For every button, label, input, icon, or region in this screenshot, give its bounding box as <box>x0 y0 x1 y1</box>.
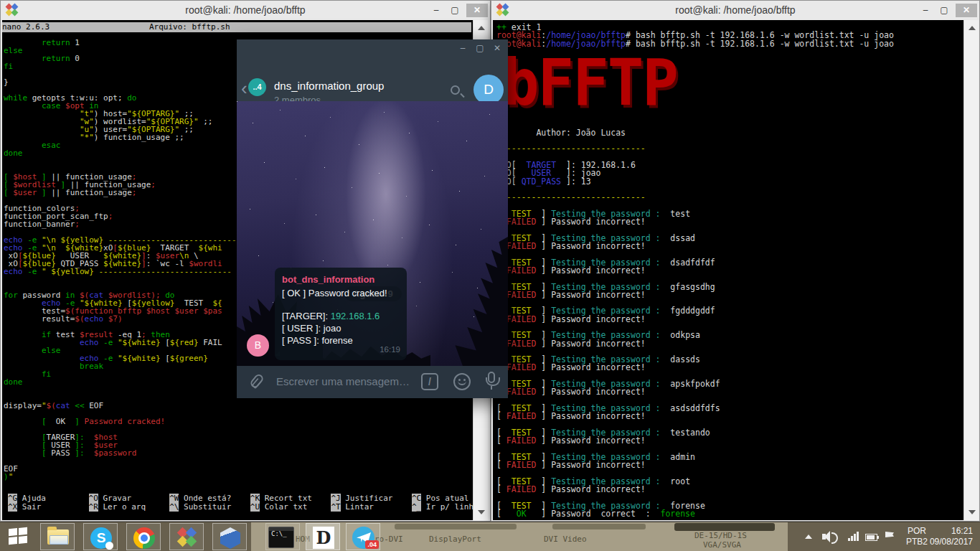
group-avatar[interactable]: D <box>473 75 504 105</box>
right-terminal-titlebar[interactable]: root@kali: /home/joao/bfftp – ▢ ✕ <box>491 1 979 20</box>
tree-silhouette <box>433 237 508 366</box>
message-timestamp: 16:19 <box>380 344 400 356</box>
starfield-background <box>237 101 237 102</box>
bot-avatar[interactable]: B <box>247 334 269 357</box>
windows-taskbar: HOM ro-DVI DisplayPort DVI Video DE-15/H… <box>0 522 980 551</box>
taskbar-item-skype[interactable]: S <box>83 523 118 550</box>
taskbar-item-virtualbox[interactable] <box>212 523 247 550</box>
close-button[interactable]: ✕ <box>466 4 488 17</box>
right-terminal-title: root@kali: /home/joao/bfftp <box>491 4 979 16</box>
left-terminal-title: root@kali: /home/joao/bfftp <box>1 4 490 16</box>
battery-icon[interactable] <box>865 534 877 541</box>
telegram-chat-header[interactable]: ‹ ..4 dns_information_group 2 membros D <box>237 58 508 101</box>
attach-paperclip-icon[interactable] <box>249 372 265 389</box>
message-bubble[interactable]: bot_dns_information [ OK ] Password crac… <box>275 268 407 360</box>
terminal-output[interactable]: ++ exit 1root@kali:/home/joao/bfftp# bas… <box>493 20 963 520</box>
alert-badge: ✕ <box>888 537 895 545</box>
maximize-button[interactable]: ▢ <box>446 4 464 17</box>
taskbar-item-dia[interactable]: D <box>306 523 340 550</box>
maximize-button[interactable]: ▢ <box>935 4 953 17</box>
taskbar-item-terminal[interactable]: C:\_ <box>265 523 300 550</box>
telegram-window: – ▢ ✕ ‹ ..4 dns_information_group 2 memb… <box>237 39 508 398</box>
scroll-up-arrow[interactable] <box>478 26 485 30</box>
back-chevron-icon[interactable]: ‹ <box>241 81 248 95</box>
xming-diamonds-icon <box>178 528 197 547</box>
message-input-bar: Escrever uma mensagem… / <box>237 366 508 398</box>
nano-version: nano 2.6.3 <box>2 22 50 32</box>
scroll-up-arrow[interactable] <box>969 26 976 30</box>
scroll-down-arrow[interactable] <box>969 510 976 514</box>
file-explorer-icon <box>47 529 69 545</box>
message-status-line: [ OK ] Password cracked! <box>282 287 400 299</box>
minimize-button[interactable]: – <box>916 4 935 17</box>
close-button[interactable]: ✕ <box>956 4 977 17</box>
telegram-unread-badge: .04 <box>365 540 379 549</box>
right-terminal-scrollbar[interactable] <box>963 20 979 520</box>
taskbar-item-chrome[interactable] <box>126 523 161 550</box>
tray-time: 16:21 <box>951 526 973 536</box>
taskbar-item-telegram[interactable]: .04 <box>346 523 380 550</box>
volume-icon[interactable] <box>822 534 826 540</box>
close-button[interactable]: ✕ <box>489 42 505 54</box>
message-target-line: [TARGER]: 192.168.1.6 <box>282 310 400 322</box>
message-user-line: [ USER ]: joao <box>282 322 400 334</box>
unread-count-badge: ..4 <box>248 78 266 96</box>
clock[interactable]: 16:2109/08/2017 <box>923 526 973 547</box>
scroll-down-arrow[interactable] <box>478 510 485 514</box>
nano-statusbar: nano 2.6.3 Arquivo: bfftp.sh <box>2 22 471 32</box>
show-hidden-icons-chevron[interactable] <box>805 534 812 539</box>
minimize-button[interactable]: – <box>455 42 471 54</box>
voice-record-icon[interactable] <box>488 372 495 383</box>
emoji-icon[interactable] <box>453 373 471 390</box>
dia-icon: D <box>313 527 334 549</box>
start-button[interactable] <box>9 527 27 545</box>
tray-date: 09/08/2017 <box>930 537 973 547</box>
terminal-window-right: root@kali: /home/joao/bfftp – ▢ ✕ ++ exi… <box>491 0 980 522</box>
system-tray: ✕ PORPTB2 16:2109/08/2017 <box>792 522 980 551</box>
taskbar-item-explorer[interactable] <box>40 523 75 550</box>
nano-shortcuts[interactable]: ^G Ajuda ^O Gravar ^W Onde está? ^K Reco… <box>8 494 473 511</box>
action-center-flag-icon[interactable]: ✕ <box>885 532 894 537</box>
terminal-icon: C:\_ <box>268 527 294 548</box>
target-ip-link[interactable]: 192.168.1.6 <box>331 311 380 321</box>
nano-filename: Arquivo: bfftp.sh <box>149 22 230 32</box>
minimize-button[interactable]: – <box>427 4 446 17</box>
bfftp-ascii-banner: bFFTP <box>503 47 677 120</box>
message-input[interactable]: Escrever uma mensagem… <box>276 375 410 387</box>
chat-title: dns_information_group <box>274 80 384 92</box>
message-sender[interactable]: bot_dns_information <box>282 273 400 286</box>
left-terminal-titlebar[interactable]: root@kali: /home/joao/bfftp – ▢ ✕ <box>1 1 490 20</box>
maximize-button[interactable]: ▢ <box>472 42 488 54</box>
taskbar-item-xming[interactable] <box>169 523 204 550</box>
virtualbox-icon <box>220 527 240 549</box>
chrome-icon <box>133 527 155 549</box>
search-icon[interactable] <box>451 85 460 95</box>
telegram-titlebar[interactable]: – ▢ ✕ <box>237 39 508 58</box>
skype-icon: S <box>90 527 112 549</box>
nano-code: return 1else return 0fi}while getopts t:… <box>4 39 241 481</box>
bot-command-icon[interactable]: / <box>421 373 438 390</box>
